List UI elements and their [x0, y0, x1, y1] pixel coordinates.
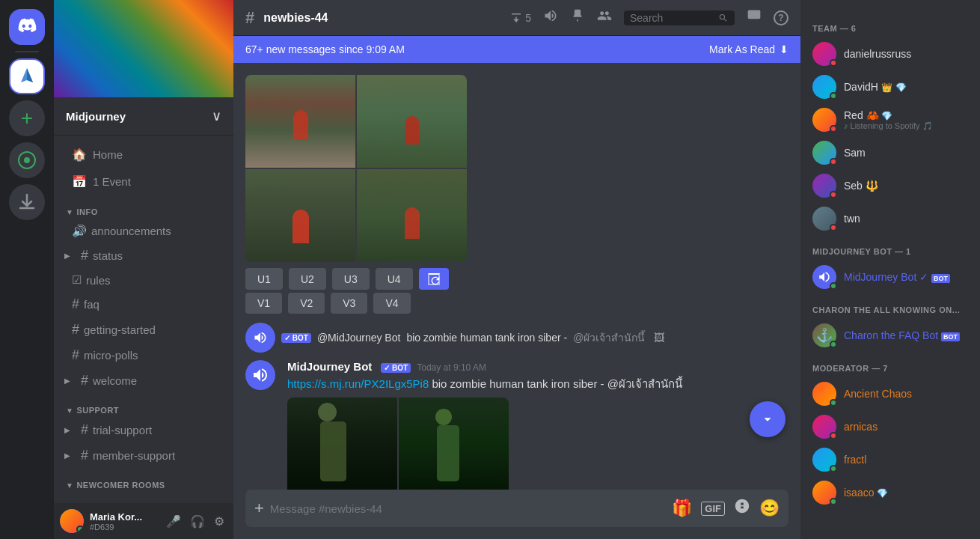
member-list-icon[interactable] — [597, 8, 612, 27]
image-cell-1 — [245, 75, 355, 168]
v1-button[interactable]: V1 — [245, 293, 282, 314]
user-headset-button[interactable]: 🎧 — [187, 511, 208, 532]
zombie-image-grid — [287, 398, 509, 490]
channel-trial-support-label: trial-support — [93, 424, 152, 436]
explore-icon[interactable] — [9, 142, 45, 178]
user-info: Maria Kor... #D639 — [90, 511, 157, 532]
zombie-head-2 — [435, 409, 452, 425]
member-name-area: Red 🦀 💎 ♪ Listening to Spotify 🎵 — [844, 109, 968, 131]
pin-icon[interactable] — [570, 8, 585, 27]
messages-area[interactable]: U1 U2 U3 U4 V1 V2 V3 V4 — [233, 63, 800, 490]
v2-button[interactable]: V2 — [288, 293, 325, 314]
channel-status[interactable]: ▶ # status — [60, 243, 227, 268]
mark-as-read-button[interactable]: Mark As Read ⬇ — [709, 43, 788, 55]
channel-announcements[interactable]: 🔊 announcements — [60, 219, 227, 243]
status-dot — [830, 432, 837, 439]
member-name-area: danielrussruss — [844, 48, 968, 60]
user-mic-button[interactable]: 🎤 — [163, 511, 184, 532]
hash-icon: # — [81, 422, 88, 438]
member-avatar-seb — [812, 174, 836, 198]
midjourney-server-icon[interactable] — [9, 58, 45, 94]
zombie-figure-1 — [320, 421, 346, 481]
category-info[interactable]: ▼ INFO — [54, 195, 233, 219]
channel-hash-icon: # — [245, 8, 254, 28]
help-icon[interactable]: ? — [774, 10, 788, 25]
u2-button[interactable]: U2 — [289, 268, 326, 290]
mention-user: @ผัวเจ้าสำนักนึ้ — [573, 329, 645, 346]
reply-avatar — [245, 323, 275, 353]
message-link[interactable]: https://s.mj.run/PX2ILgx5Pi8 — [287, 377, 429, 390]
server-name-bar[interactable]: Midjourney ∨ — [54, 97, 233, 135]
member-fractl[interactable]: fractl — [806, 443, 974, 476]
crown-icon: 👑 — [881, 82, 892, 93]
user-settings-button[interactable]: ⚙ — [211, 511, 227, 532]
discord-home-icon[interactable] — [9, 9, 45, 45]
refresh-button[interactable] — [419, 268, 449, 290]
gift-icon[interactable]: 🎁 — [672, 499, 692, 518]
member-category-mj-bot: MIDJOURNEY BOT — 1 — [806, 235, 974, 259]
nav-home[interactable]: 🏠 Home — [60, 141, 227, 168]
status-dot — [830, 224, 837, 231]
bot-badge: ✓ BOT — [381, 363, 411, 373]
channel-micro-polls[interactable]: # micro-polls — [60, 343, 227, 368]
mute-icon[interactable] — [543, 8, 558, 27]
members-count-icon[interactable]: 5 — [509, 11, 531, 25]
scroll-to-bottom-button[interactable] — [750, 401, 785, 437]
channel-rules[interactable]: ☑ rules — [60, 269, 227, 291]
image-cell-4 — [357, 169, 467, 262]
sticker-icon[interactable] — [734, 498, 750, 519]
u1-button[interactable]: U1 — [245, 268, 283, 290]
member-ancient-chaos[interactable]: Ancient Chaos — [806, 377, 974, 410]
message-body: bio zombie human tank iron siber - @ผัวเ… — [432, 377, 682, 390]
channel-welcome[interactable]: ▶ # welcome — [60, 368, 227, 393]
channel-announcements-label: announcements — [91, 225, 171, 237]
nav-home-label: Home — [93, 148, 123, 161]
emoji-button[interactable]: 😊 — [759, 499, 780, 518]
category-support[interactable]: ▼ SUPPORT — [54, 394, 233, 418]
channel-member-support[interactable]: ▶ # member-support — [60, 443, 227, 468]
v4-button[interactable]: V4 — [373, 293, 410, 314]
message-input[interactable] — [270, 494, 666, 523]
member-isaaco[interactable]: isaaco 💎 — [806, 476, 974, 509]
gem-icon: 💎 — [877, 488, 888, 499]
add-server-icon[interactable]: + — [9, 100, 45, 136]
member-danielrussruss[interactable]: danielrussruss — [806, 37, 974, 70]
v3-button[interactable]: V3 — [331, 293, 367, 314]
channel-getting-started[interactable]: # getting-started — [60, 317, 227, 342]
member-seb[interactable]: Seb 🔱 — [806, 169, 974, 202]
channel-trial-support[interactable]: ▶ # trial-support — [60, 418, 227, 442]
member-midjourney-bot[interactable]: MidJourney Bot ✓ BOT — [806, 261, 974, 293]
member-name: Sam — [844, 147, 968, 159]
channel-faq[interactable]: # faq — [60, 292, 227, 317]
u4-button[interactable]: U4 — [376, 268, 413, 290]
member-red[interactable]: Red 🦀 💎 ♪ Listening to Spotify 🎵 — [806, 103, 974, 136]
channel-welcome-label: welcome — [93, 374, 137, 387]
member-charon-bot[interactable]: ⚓ Charon the FAQ Bot BOT — [806, 319, 974, 352]
u3-button[interactable]: U3 — [332, 268, 370, 290]
nav-event[interactable]: 📅 1 Event — [60, 168, 227, 195]
channel-micro-polls-label: micro-polls — [84, 349, 138, 362]
member-sam[interactable]: Sam — [806, 136, 974, 169]
member-arnicas[interactable]: arnicas — [806, 410, 974, 443]
message-timestamp: Today at 9:10 AM — [417, 362, 486, 373]
category-newcomer-rooms[interactable]: ▼ NEWCOMER ROOMS — [54, 469, 233, 493]
new-messages-text: 67+ new messages since 9:09 AM — [245, 43, 405, 55]
member-avatar-fractl — [812, 448, 836, 472]
member-davidh[interactable]: DavidH 👑 💎 — [806, 70, 974, 103]
inbox-icon[interactable] — [747, 8, 762, 27]
messages-wrapper: 67+ new messages since 9:09 AM Mark As R… — [233, 36, 800, 490]
user-panel: Maria Kor... #D639 🎤 🎧 ⚙ — [54, 503, 233, 539]
main-content: # newbies-44 5 ? — [233, 0, 800, 539]
member-category-charon: CHARON THE ALL KNOWING ON... — [806, 293, 974, 317]
member-twn[interactable]: twn — [806, 202, 974, 235]
category-chevron-icon: ▼ — [66, 406, 73, 415]
search-bar[interactable] — [624, 10, 735, 25]
mention-row: ✓ BOT @MidJourney Bot bio zombie human t… — [245, 323, 788, 353]
download-icon[interactable] — [9, 184, 45, 220]
server-chevron-icon: ∨ — [212, 108, 221, 124]
search-input[interactable] — [630, 12, 714, 24]
member-name: Seb 🔱 — [844, 180, 968, 192]
gif-button[interactable]: GIF — [701, 502, 725, 516]
gem-icon: 💎 — [881, 111, 892, 121]
add-attachment-button[interactable]: + — [254, 490, 264, 527]
